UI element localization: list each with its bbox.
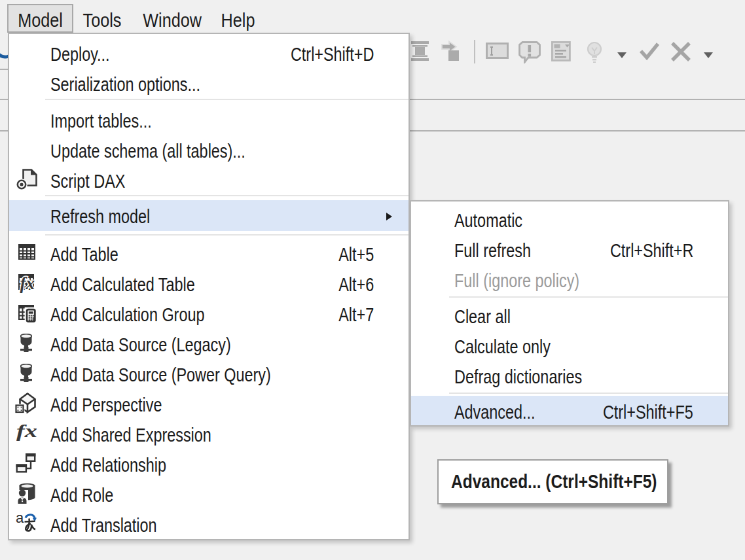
svg-text:fx: fx — [20, 273, 35, 293]
svg-text:a: a — [16, 512, 24, 526]
